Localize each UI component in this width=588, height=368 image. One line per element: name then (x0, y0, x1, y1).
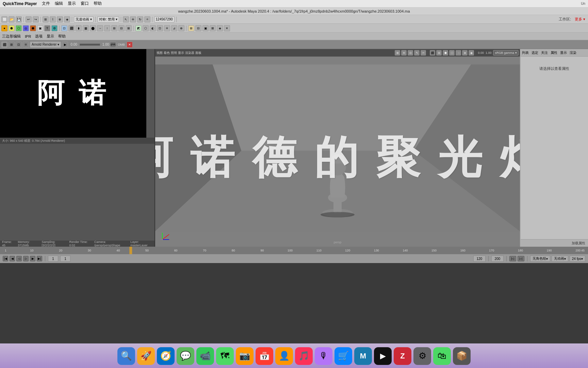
current-frame-input[interactable]: 1 (60, 256, 70, 262)
play-back-button[interactable]: ◁ (16, 256, 22, 261)
vp-icon3[interactable]: ⊡ (408, 50, 413, 56)
shelf-icon28[interactable]: ▣ (202, 25, 209, 31)
gamma-dropdown[interactable]: sRGB gamma▾ (493, 50, 519, 56)
dock-zotero[interactable]: Z (394, 347, 411, 365)
vp-icon8[interactable]: ⬟ (443, 50, 448, 56)
dock-store2[interactable]: 🛍 (433, 347, 451, 365)
dock-calendar[interactable]: 📅 (256, 347, 273, 365)
dock-maya[interactable]: M (354, 347, 372, 365)
dock-contacts[interactable]: 👤 (275, 347, 293, 365)
prev-frame-button[interactable]: ◀ (10, 256, 15, 261)
tab-render[interactable]: 帮助 (58, 34, 66, 39)
snap-grid-button[interactable]: ⊞ (43, 16, 49, 22)
next-key-button[interactable]: ▷| (518, 256, 524, 261)
render-slider[interactable] (80, 44, 100, 46)
vp-menu-light[interactable]: 照明 (171, 51, 177, 55)
dock-extra1[interactable]: 📦 (453, 347, 471, 365)
rtab-focus[interactable]: 关注 (541, 50, 548, 55)
vp-menu-show[interactable]: 显示 (178, 51, 184, 55)
shelf-icon4[interactable]: ◎ (23, 25, 29, 31)
dock-launchpad[interactable]: 🚀 (137, 347, 155, 365)
render-icon4[interactable]: ⧇ (23, 42, 29, 48)
add-property-button[interactable]: 加载属性 (572, 241, 585, 246)
range-start-input[interactable]: 1 (48, 256, 58, 262)
goto-end-button[interactable]: ▶| (37, 256, 42, 261)
save-file-button[interactable]: 💾 (16, 16, 22, 22)
shelf-icon8[interactable]: ⚙ (51, 25, 58, 31)
rtab-list[interactable]: 列表 (522, 50, 529, 55)
shelf-icon20[interactable]: ⬡ (143, 25, 149, 31)
vp-icon5[interactable]: ✂ (421, 50, 426, 56)
rtab-display[interactable]: 显示 (560, 50, 567, 55)
shelf-icon26[interactable]: ⊞ (188, 25, 194, 31)
dock-quicktime[interactable]: ▶ (374, 347, 392, 365)
rotate-tool[interactable]: ↻ (137, 16, 143, 22)
shelf-icon29[interactable]: ⊠ (210, 25, 216, 31)
vp-icon7[interactable]: ⊟ (436, 50, 442, 56)
vp-icon10[interactable]: → (456, 50, 461, 56)
3d-viewport[interactable]: 阿 诺 德 的 聚 光 灯 视图 着色 照明 显示 渲染器 面板 ⊞ R ⊡ ✎… (155, 49, 520, 247)
shelf-icon30[interactable]: ◈ (217, 25, 223, 31)
vp-menu-panel[interactable]: 面板 (195, 51, 201, 55)
tab-surface[interactable]: IPR (25, 34, 31, 39)
dock-settings[interactable]: ⚙ (413, 347, 431, 365)
tab-3d-edit[interactable]: 三边形编辑 (2, 34, 21, 39)
snap-surface-button[interactable]: ◈ (64, 16, 70, 22)
dock-maps[interactable]: 🗺 (216, 347, 234, 365)
shelf-icon25[interactable]: ⊕ (178, 25, 184, 31)
vp-icon12[interactable]: ◉ (469, 50, 474, 56)
render-icon2[interactable]: ⊞ (9, 42, 15, 48)
dock-messages[interactable]: 💬 (177, 347, 194, 365)
snap-point-button[interactable]: ⊕ (57, 16, 63, 22)
dock-facetime[interactable]: 📹 (196, 347, 214, 365)
shelf-icon13[interactable]: ⬤ (90, 25, 96, 31)
fps-dropdown[interactable]: 24 fps▾ (570, 256, 585, 262)
shelf-icon3[interactable]: ⬡ (16, 25, 22, 31)
shelf-icon9[interactable]: ⊡ (61, 25, 67, 31)
shelf-icon31[interactable]: ✕ (224, 25, 230, 31)
symmetry-dropdown[interactable]: 对称: 禁用 ▾ (97, 16, 119, 22)
vp-menu-shade[interactable]: 着色 (164, 51, 170, 55)
end-frame-input[interactable]: 200 (491, 256, 504, 262)
next-frame-button[interactable]: ▶ (30, 256, 35, 261)
vp-icon2[interactable]: R (401, 50, 407, 56)
rtab-select[interactable]: 选定 (532, 50, 538, 55)
frame-input[interactable]: 124567290 (154, 16, 175, 22)
select-tool[interactable]: ↖ (123, 16, 129, 22)
shelf-icon10[interactable]: ⬛ (68, 25, 75, 31)
dock-music[interactable]: 🎵 (295, 347, 313, 365)
shelf-icon6[interactable]: ▣ (37, 25, 43, 31)
move-tool[interactable]: ✛ (130, 16, 136, 22)
shelf-icon16[interactable]: ⊞ (111, 25, 117, 31)
rtab-render[interactable]: 渲染 (570, 50, 576, 55)
dock-finder[interactable]: 🔍 (117, 347, 135, 365)
undo-button[interactable]: ↩ (26, 16, 32, 22)
menu-window[interactable]: 窗口 (81, 1, 89, 6)
scale-tool[interactable]: ⟡ (144, 16, 150, 22)
render-icon1[interactable]: ⬛ (1, 42, 7, 48)
render-icon3[interactable]: ⊡ (16, 42, 22, 48)
shelf-icon22[interactable]: ⊡ (157, 25, 163, 31)
vp-icon4[interactable]: ✎ (414, 50, 420, 56)
tab-poly[interactable]: 选项 (35, 34, 43, 39)
dock-safari[interactable]: 🧭 (157, 347, 175, 365)
char-group-dropdown[interactable]: 无角色组▾ (530, 256, 550, 262)
new-file-button[interactable]: ⬜ (1, 16, 7, 22)
shelf-icon5[interactable]: ⬢ (30, 25, 36, 31)
shelf-icon23[interactable]: ⧇ (164, 25, 170, 31)
shelf-icon12[interactable]: ▦ (83, 25, 89, 31)
redo-button[interactable]: ↪ (33, 16, 39, 22)
close-icon[interactable]: ✕ (127, 42, 133, 48)
goto-start-button[interactable]: |◀ (3, 256, 8, 261)
menu-view[interactable]: 显示 (68, 1, 76, 6)
prev-key-button[interactable]: |◁ (509, 256, 516, 261)
ipr-button[interactable]: IPR (110, 42, 116, 48)
anim-dropdown[interactable]: 无道动画 ▾ (74, 16, 94, 22)
vp-icon11[interactable]: ⊕ (462, 50, 468, 56)
render-play-icon[interactable]: ▶ (62, 42, 68, 48)
dock-appstore[interactable]: 🛒 (334, 347, 352, 365)
vp-menu-renderer[interactable]: 渲染器 (185, 51, 194, 55)
menu-help[interactable]: 帮助 (94, 1, 102, 6)
app-menu[interactable]: QuickTime Player (3, 1, 37, 6)
shelf-icon14[interactable]: → (97, 25, 103, 31)
